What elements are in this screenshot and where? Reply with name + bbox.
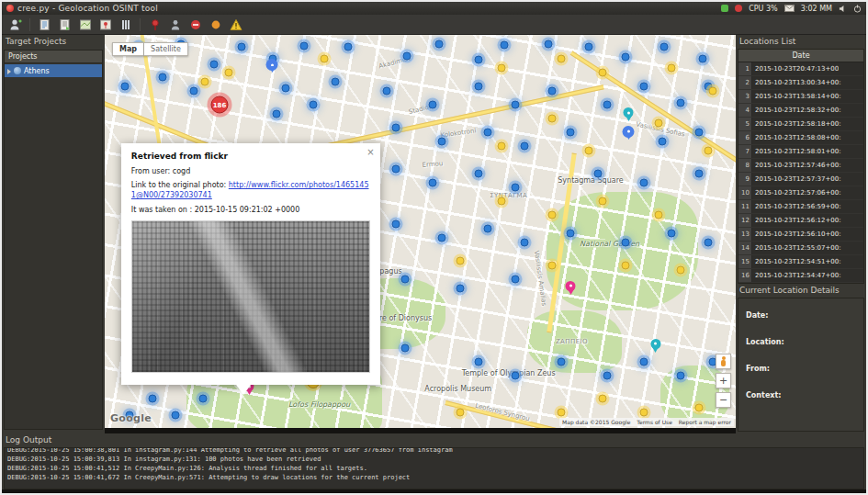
location-marker-blue[interactable] [383,87,391,96]
location-marker-yellow[interactable] [498,197,506,206]
location-marker-blue[interactable] [639,358,648,366]
volume-icon[interactable] [839,5,847,13]
location-row[interactable]: 72015-10-23T12:58:01+00: [738,145,863,159]
location-marker-yellow[interactable] [655,211,663,219]
zoom-out-button[interactable]: − [716,392,731,408]
draw-locations-button[interactable] [77,17,93,32]
location-marker-blue[interactable] [567,230,575,238]
location-marker-blue[interactable] [695,170,704,178]
location-marker-yellow[interactable] [695,404,704,412]
indicator-red-icon[interactable] [735,5,742,12]
location-marker-blue[interactable] [677,99,685,107]
location-marker-blue[interactable] [120,83,129,91]
location-marker-blue[interactable] [584,42,592,51]
location-marker-yellow[interactable] [709,87,717,96]
location-marker-yellow[interactable] [456,408,464,416]
location-marker-blue[interactable] [391,164,400,173]
location-marker-blue[interactable] [557,358,565,366]
location-marker-blue[interactable] [621,238,629,246]
location-marker-blue[interactable] [639,83,648,91]
location-marker-yellow[interactable] [704,146,712,154]
delete-project-button[interactable] [208,17,223,32]
map-place-pin[interactable] [266,59,278,71]
location-marker-blue[interactable] [484,129,492,137]
location-row[interactable]: 82015-10-23T12:57:46+00: [738,159,863,173]
location-marker-blue[interactable] [677,372,685,380]
cpu-indicator[interactable]: CPU 3% [749,5,778,13]
location-marker-yellow[interactable] [557,55,565,63]
location-marker-blue[interactable] [699,55,707,63]
location-marker-blue[interactable] [621,52,629,61]
map-view-button[interactable]: Map [112,42,144,56]
location-marker-blue[interactable] [300,41,309,50]
location-marker-blue[interactable] [512,275,520,283]
mail-icon[interactable] [784,5,795,12]
location-marker-yellow[interactable] [639,408,648,416]
location-marker-blue[interactable] [199,394,208,402]
location-marker-blue[interactable] [484,225,492,233]
location-marker-blue[interactable] [391,219,400,228]
location-row[interactable]: 132015-10-23T12:56:10+00: [738,228,863,242]
location-marker-blue[interactable] [594,170,603,178]
zoom-in-button[interactable]: + [716,373,731,388]
clock[interactable]: 3:02 MM [801,5,832,13]
pegman-control[interactable] [716,354,731,369]
location-marker-blue[interactable] [659,42,668,51]
location-row[interactable]: 142015-10-23T12:55:07+00: [738,242,863,255]
selected-location-pin[interactable] [566,281,576,291]
filter-locations-button[interactable] [147,17,163,32]
location-marker-yellow[interactable] [498,63,506,72]
location-marker-blue[interactable] [512,101,520,109]
location-marker-blue[interactable] [474,358,482,366]
location-marker-blue[interactable] [401,275,410,283]
location-row[interactable]: 152015-10-23T12:54:51+00: [738,255,863,269]
location-marker-blue[interactable] [282,84,290,93]
export-kml-button[interactable] [97,17,113,32]
filter-users-button[interactable] [167,17,183,32]
analyze-project-button[interactable] [37,17,52,32]
location-marker-blue[interactable] [435,39,444,48]
popup-close-icon[interactable]: × [366,147,374,157]
location-marker-blue[interactable] [704,238,712,246]
power-icon[interactable] [853,5,862,13]
location-marker-blue[interactable] [667,230,675,238]
location-marker-blue[interactable] [189,87,197,96]
location-marker-yellow[interactable] [667,63,675,72]
location-marker-yellow[interactable] [584,146,592,154]
location-marker-blue[interactable] [429,178,437,186]
location-row[interactable]: 12015-10-23T20:47:13+00 [738,62,863,76]
location-marker-blue[interactable] [544,39,552,48]
location-marker-blue[interactable] [437,233,445,242]
location-marker-yellow[interactable] [225,69,233,77]
location-marker-yellow[interactable] [201,77,209,85]
indicator-green-icon[interactable] [721,5,728,12]
location-marker-blue[interactable] [272,110,280,118]
marker-cluster-red[interactable]: 186 [211,96,229,114]
location-pin-cyan[interactable] [624,107,634,118]
location-marker-blue[interactable] [159,73,167,81]
location-row[interactable]: 52015-10-23T12:58:18+00: [738,118,863,131]
date-column-header[interactable]: Date [738,50,863,62]
location-marker-blue[interactable] [344,42,353,51]
location-marker-blue[interactable] [474,170,482,178]
location-marker-blue[interactable] [512,372,520,380]
location-marker-blue[interactable] [429,101,437,109]
location-row[interactable]: 112015-10-23T12:56:59+00: [738,200,863,214]
location-row[interactable]: 32015-10-23T13:58:14+00: [738,90,863,104]
location-row[interactable]: 122015-10-23T12:56:12+00: [738,214,863,228]
location-marker-yellow[interactable] [557,408,565,416]
tree-item-athens[interactable]: Athens [5,64,102,77]
location-pin-cyan[interactable] [650,339,660,349]
location-marker-yellow[interactable] [599,197,607,206]
location-marker-blue[interactable] [500,41,508,50]
location-marker-yellow[interactable] [548,115,557,123]
location-marker-blue[interactable] [401,344,410,353]
location-marker-blue[interactable] [149,394,157,402]
location-marker-blue[interactable] [309,101,317,109]
location-marker-yellow[interactable] [456,257,464,265]
location-marker-blue[interactable] [238,42,246,51]
location-marker-blue[interactable] [520,142,528,151]
location-marker-blue[interactable] [512,184,520,192]
location-marker-yellow[interactable] [548,261,557,269]
location-marker-blue[interactable] [603,372,611,380]
